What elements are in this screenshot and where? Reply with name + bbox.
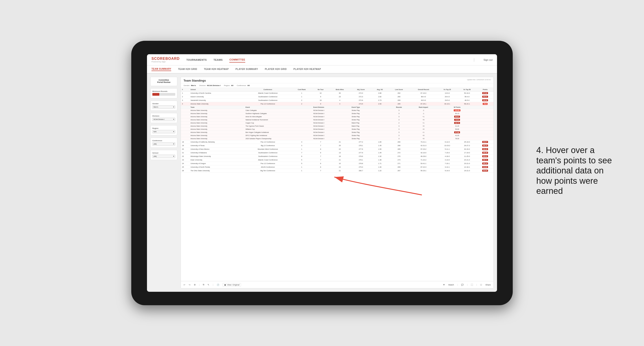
table-row: 19 University of Texas Big 12 Conference… (181, 144, 494, 148)
division-select[interactable]: NCAA Division I ▾ (152, 118, 175, 121)
overall-cell: 67-10-0 (410, 91, 437, 95)
filter-gender: Gender: Men's (184, 84, 196, 86)
toolbar-sep1: | (199, 284, 200, 286)
table-row: 3 Vanderbilt University Southeastern Con… (181, 99, 494, 102)
sidebar-min-rounds-label: Minimum Rounds (152, 90, 175, 92)
expanded-event-row: Arizona State University National Invita… (181, 118, 494, 122)
sidebar-school: School (All) ▾ (150, 150, 177, 160)
conf-cell: Atlantic Coast Conference (244, 91, 291, 95)
division-value: NCAA Division I (154, 119, 164, 120)
gender-value: Men's (154, 106, 158, 108)
table-row: 23 Duke University Atlantic Coast Confer… (181, 158, 494, 162)
gender-chevron: ▾ (173, 106, 174, 108)
vs25-cell: 13-9-0 (437, 91, 457, 95)
settings-icon[interactable]: ⚙ (194, 284, 196, 286)
col-bnds-wins: Bnds Wins (329, 88, 350, 91)
table-row: 22 Mississippi State University Southeas… (181, 155, 494, 158)
school-select[interactable]: (All) ▾ (152, 155, 175, 158)
points-cell[interactable]: 97.02 (477, 91, 494, 95)
points-badge-highlighted[interactable]: 78.5 (483, 103, 488, 105)
nav-committee[interactable]: COMMITTEE (229, 57, 245, 62)
table-row: 2 Auburn University Southeastern Confere… (181, 95, 494, 99)
filter-division: Division: NCAA Division I (199, 84, 220, 86)
division-chevron: ▾ (173, 118, 174, 120)
expanded-event-row: Arizona State University Amer An Interco… (181, 115, 494, 118)
clock-icon[interactable]: 🕐 (217, 284, 219, 286)
sidebar-min-rounds: Minimum Rounds (150, 88, 177, 98)
share-icon: ⬡ (480, 284, 482, 286)
tab-team-h2h-heatmap[interactable]: TEAM H2H HEATMAP (204, 68, 229, 71)
toolbar-sep2: | (213, 284, 213, 286)
school-cell: University of North Carolina (190, 91, 244, 95)
col-conference: Conference (244, 88, 291, 91)
points-badge[interactable]: 90.32 (482, 99, 488, 101)
table-row: 24 University of Oregon Pac-12 Conferenc… (181, 162, 494, 165)
watch-icon: 👁 (443, 284, 445, 286)
sidebar-portal-section: CommitteePortal Review (150, 77, 177, 86)
conference-select[interactable]: (All) ▾ (152, 142, 175, 146)
filter-row: Gender: Men's Division: NCAA Division I … (181, 83, 494, 88)
tab-team-summary[interactable]: TEAM SUMMARY (152, 68, 171, 71)
sidebar-division-label: Division (152, 115, 175, 117)
main-nav: TOURNAMENTS TEAMS COMMITTEE | Sign out (186, 57, 492, 62)
school-chevron: ▾ (173, 155, 174, 157)
region-value: N/A (154, 131, 156, 133)
sidebar-division: Division NCAA Division I ▾ (150, 113, 177, 123)
no-tour-cell: 10 (312, 91, 329, 95)
undo-icon[interactable]: ↩ (184, 284, 185, 286)
standings-panel: Team Standings Update time: 13/03/2024 1… (181, 77, 494, 288)
toolbar-sep4: | (467, 284, 468, 286)
min-rounds-slider[interactable] (152, 93, 175, 96)
conf-rank-cell: 1 (291, 91, 312, 95)
sidebar-conference: Conference (All) ▾ (150, 138, 177, 148)
col-school: School (190, 88, 244, 91)
watch-button[interactable]: Watch (448, 284, 454, 286)
tablet-device: SCOREBOARD Powered by clippi TOURNAMENTS… (131, 41, 513, 305)
update-time: Update time: 13/03/2024 10:03:42 (467, 79, 491, 80)
tab-player-summary[interactable]: PLAYER SUMMARY (236, 68, 258, 71)
fullscreen-icon[interactable]: ⛶ (471, 284, 473, 286)
col-conf-rank: Conf Rank (291, 88, 312, 91)
redo-icon[interactable]: ↪ (189, 284, 190, 286)
sub-nav: TEAM SUMMARY TEAM H2H GRID TEAM H2H HEAT… (147, 65, 497, 73)
sidebar: CommitteePortal Review Minimum Rounds Ge… (150, 77, 177, 288)
gender-select[interactable]: Men's ▾ (152, 105, 175, 109)
region-select[interactable]: N/A ▾ (152, 130, 175, 133)
col-points: Points (477, 88, 494, 91)
expanded-event-row: Arizona State University DFCC Fighting I… (181, 134, 494, 137)
nav-tournaments[interactable]: TOURNAMENTS (186, 57, 207, 62)
app-container: CommitteePortal Review Minimum Rounds Ge… (147, 73, 497, 292)
expanded-event-row: Arizona State University 2023 Sahalee Pl… (181, 137, 494, 140)
expanded-section-header: Team Event Event Division Event Type Rou… (181, 106, 494, 109)
conference-value: (All) (154, 143, 156, 145)
expanded-event-row: Arizona State University The Cypress Poi… (181, 125, 494, 128)
sign-out-button[interactable]: Sign out (484, 58, 492, 61)
nav-divider: | (474, 58, 474, 62)
share-button[interactable]: Share (485, 284, 491, 286)
nav-teams[interactable]: TEAMS (214, 57, 222, 62)
tab-player-h2h-grid[interactable]: PLAYER H2H GRID (265, 68, 287, 71)
logo-area: SCOREBOARD Powered by clippi (152, 57, 180, 63)
points-badge[interactable]: 93.31 (482, 96, 488, 98)
bottom-toolbar: ↩ ↪ ⚙ | ⧉ ✎ | 🕐 ▣ View: Original (181, 281, 494, 288)
avg-sg-cell: 2.86 (371, 91, 388, 95)
tab-player-h2h-heatmap[interactable]: PLAYER H2H HEATMAP (294, 68, 321, 71)
col-vs50: Vs Top 50 (457, 88, 477, 91)
col-overall: Overall Record (410, 88, 437, 91)
points-badge[interactable]: 97.02 (482, 92, 488, 94)
standings-table: # School Conference Conf Rank No Tour Bn… (181, 88, 494, 173)
center-content: Team Standings Update time: 13/03/2024 1… (181, 77, 494, 288)
expanded-event-row: Arizona State University Ben Hogan Colle… (181, 131, 494, 134)
brush-icon[interactable]: ✎ (208, 284, 209, 286)
tab-team-h2h-grid[interactable]: TEAM H2H GRID (178, 68, 197, 71)
sidebar-region: Region N/A ▾ (150, 125, 177, 135)
annotation-area: 4. Hover over a team's points to see add… (536, 145, 622, 201)
table-row-highlighted: 4 Arizona State University Pac-12 Confer… (181, 102, 494, 106)
expanded-event-row: Arizona State University Cabo Collegiate… (181, 109, 494, 112)
annotation-text: 4. Hover over a team's points to see add… (536, 145, 622, 196)
view-original-button[interactable]: ▣ View: Original (222, 283, 241, 287)
standings-title: Team Standings (184, 79, 206, 82)
copy-icon[interactable]: ⧉ (203, 284, 204, 286)
sidebar-portal-title: CommitteePortal Review (152, 79, 175, 83)
main-content: CommitteePortal Review Minimum Rounds Ge… (147, 73, 497, 292)
